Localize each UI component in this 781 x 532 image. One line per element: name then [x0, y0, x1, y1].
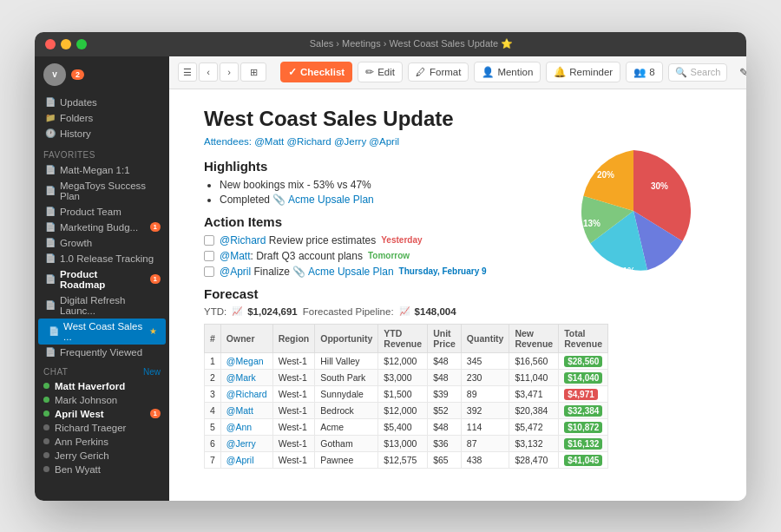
members-button[interactable]: 👥 8: [626, 62, 662, 82]
action-items-list: @Richard Review price estimates Yesterda…: [204, 234, 529, 278]
chat-item-matt[interactable]: Matt Haverford: [35, 379, 169, 393]
edit-button[interactable]: ✏ Edit: [358, 62, 403, 82]
checklist-button[interactable]: ✓ Checklist: [280, 62, 352, 82]
chat-section-label: Chat New: [35, 360, 169, 379]
col-num: #: [205, 324, 221, 352]
cell-owner[interactable]: @Mark: [220, 369, 272, 385]
app-body: v 2 📄 Updates 📁 Folders 🕐 History Fav: [35, 56, 746, 501]
cell-owner[interactable]: @Ann: [220, 418, 272, 435]
forward-button[interactable]: ›: [220, 62, 239, 82]
checkbox-3[interactable]: [204, 266, 214, 277]
sidebar-item-folders[interactable]: 📁 Folders: [35, 110, 169, 126]
sidebar-item-updates[interactable]: 📄 Updates: [35, 95, 169, 110]
cell-unit: $48: [428, 352, 462, 369]
sidebar-item-history[interactable]: 🕐 History: [35, 126, 169, 141]
maximize-button[interactable]: [76, 39, 87, 49]
search-placeholder: Search: [691, 67, 721, 77]
layout-button[interactable]: ⊞: [240, 62, 266, 82]
sidebar-item-digital[interactable]: 📄 Digital Refresh Launc...: [35, 292, 169, 319]
cell-owner[interactable]: @April: [220, 451, 272, 468]
cell-owner[interactable]: @Matt: [220, 402, 272, 418]
cell-ytd: $12,000: [378, 402, 428, 418]
checkbox-2[interactable]: [204, 251, 214, 261]
chat-item-april[interactable]: April West 1: [35, 407, 169, 421]
cell-opportunity: Bedrock: [315, 402, 378, 418]
highlights-list: New bookings mix - 53% vs 47% Completed …: [204, 179, 529, 206]
chat-name: Matt Haverford: [55, 381, 125, 391]
action-items-title: Action Items: [204, 214, 529, 229]
window-title: Sales › Meetings › West Coast Sales Upda…: [87, 38, 736, 49]
app-window: Sales › Meetings › West Coast Sales Upda…: [35, 32, 746, 501]
ytd-value: $1,024,691: [247, 306, 298, 317]
cell-ytd: $12,000: [378, 352, 428, 369]
sidebar-item-matt-megan[interactable]: 📄 Matt-Megan 1:1: [35, 162, 169, 178]
chat-item-mark[interactable]: Mark Johnson: [35, 393, 169, 407]
sidebar-item-growth[interactable]: 📄 Growth: [35, 235, 169, 251]
cell-unit: $52: [428, 402, 462, 418]
sidebar-item-label: History: [60, 128, 91, 139]
cell-unit: $48: [428, 369, 462, 385]
pipeline-trend: 📈: [399, 306, 410, 316]
sidebar-item-product-roadmap[interactable]: 📄 Product Roadmap 1: [35, 266, 169, 292]
external-link-button[interactable]: ✎: [732, 62, 746, 82]
sidebar-item-label: 1.0 Release Tracking: [60, 253, 154, 264]
chat-name: Ann Perkins: [55, 437, 108, 447]
doc-icon: 📄: [45, 222, 56, 232]
sidebar-item-label: Matt-Megan 1:1: [60, 165, 130, 175]
checkbox-1[interactable]: [204, 235, 214, 246]
reminder-button[interactable]: 🔔 Reminder: [546, 62, 620, 82]
chat-item-ann[interactable]: Ann Perkins: [35, 435, 169, 449]
doc-icon: 📄: [45, 186, 56, 195]
avatar[interactable]: v: [43, 63, 66, 86]
cell-num: 7: [205, 451, 221, 468]
chat-item-ben[interactable]: Ben Wyatt: [35, 463, 169, 476]
cell-num: 3: [205, 385, 221, 402]
mention-button[interactable]: 👤 Mention: [474, 62, 541, 82]
cell-owner[interactable]: @Jerry: [220, 435, 272, 451]
sidebar-item-frequently[interactable]: 📄 Frequently Viewed: [35, 345, 169, 360]
col-ytd: YTD Revenue: [378, 324, 428, 352]
chat-name: Richard Traeger: [55, 423, 126, 433]
cell-opportunity: Pawnee: [315, 451, 378, 468]
format-button[interactable]: 🖊 Format: [408, 62, 469, 82]
pie-label-5: 20%: [597, 170, 614, 180]
cell-qty: 438: [461, 451, 509, 468]
mention-label: Mention: [497, 67, 533, 77]
cell-owner[interactable]: @Richard: [220, 385, 272, 402]
attendees: Attendees: @Matt @Richard @Jerry @April: [204, 136, 529, 147]
pie-label-3: 21%: [618, 266, 635, 276]
cell-ytd: $1,500: [378, 385, 428, 402]
cell-ytd: $5,400: [378, 418, 428, 435]
acme-link[interactable]: 📎 Acme Upsale Plan: [272, 194, 373, 206]
back-button[interactable]: ‹: [199, 62, 218, 82]
window-controls: [45, 39, 87, 49]
sidebar: v 2 📄 Updates 📁 Folders 🕐 History Fav: [35, 56, 169, 501]
attendees-list[interactable]: @Matt @Richard @Jerry @April: [254, 136, 399, 147]
cell-region: West-1: [272, 385, 315, 402]
doc-icon: 📄: [45, 347, 56, 357]
col-qty: Quantity: [461, 324, 509, 352]
sidebar-item-label: Growth: [60, 238, 92, 248]
highlight-item: New bookings mix - 53% vs 47%: [220, 179, 529, 191]
cell-owner[interactable]: @Megan: [220, 352, 272, 369]
doc-icon: 📄: [45, 253, 56, 263]
chat-item-jerry[interactable]: Jerry Gerich: [35, 449, 169, 463]
search-box[interactable]: 🔍 Search: [668, 63, 728, 82]
format-label: Format: [430, 67, 461, 77]
chat-item-richard[interactable]: Richard Traeger: [35, 421, 169, 435]
action-tag-3: Thursday, February 9: [399, 266, 487, 276]
sidebar-item-label: Product Roadmap: [60, 269, 146, 290]
sidebar-item-release[interactable]: 📄 1.0 Release Tracking: [35, 251, 169, 266]
sidebar-toggle-button[interactable]: ☰: [178, 62, 197, 82]
sidebar-item-megatoys[interactable]: 📄 MegaToys Success Plan: [35, 178, 169, 204]
sidebar-item-west-coast[interactable]: 📄 West Coast Sales ... ★: [38, 319, 166, 345]
cell-region: West-1: [272, 369, 315, 385]
minimize-button[interactable]: [61, 39, 71, 49]
notification-badge: 2: [71, 69, 84, 80]
sidebar-item-product-team[interactable]: 📄 Product Team: [35, 204, 169, 220]
cell-unit: $48: [428, 418, 462, 435]
cell-opportunity: Hill Valley: [315, 352, 378, 369]
sidebar-item-marketing[interactable]: 📄 Marketing Budg... 1: [35, 220, 169, 235]
close-button[interactable]: [45, 39, 56, 49]
star-icon: ★: [149, 326, 157, 336]
